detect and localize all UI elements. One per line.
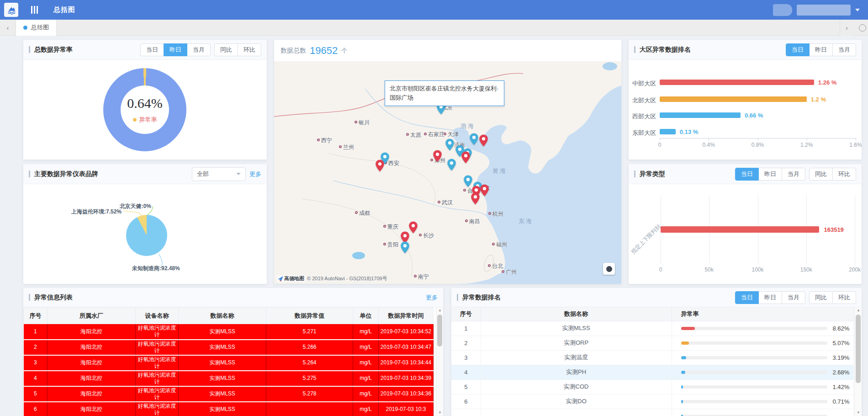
- scroll-down-icon[interactable]: ▼: [436, 410, 443, 416]
- rate-bar-fill: [681, 356, 686, 359]
- time-filter-group: 同比环比: [214, 43, 261, 56]
- filter-yesterday-button[interactable]: 昨日: [164, 43, 187, 56]
- rate-bar-track: [681, 400, 827, 403]
- map-city-marker: 兰州: [339, 145, 342, 148]
- user-avatar[interactable]: [773, 4, 792, 16]
- map-tooltip: 北京市朝阳区崔各庄镇北控水务大厦保利·国际广场: [385, 80, 504, 106]
- top-header-bar: 总括图: [0, 0, 868, 20]
- rate-value: 8.62%: [833, 325, 850, 332]
- donut-legend[interactable]: 异常率: [133, 116, 157, 124]
- region-bar[interactable]: [660, 129, 676, 134]
- table-row[interactable]: 1海阳北控好氧池污泥浓度计实测MLSS5.271mg/L2019-07-03 1…: [24, 324, 434, 340]
- map-pin-red[interactable]: [480, 184, 489, 199]
- list-more-link[interactable]: 更多: [426, 293, 438, 302]
- filter-month-button[interactable]: 当月: [782, 291, 805, 304]
- scroll-thumb[interactable]: [437, 315, 442, 347]
- tab-overview[interactable]: 总括图: [16, 20, 57, 36]
- rate-bar-fill: [681, 415, 683, 416]
- table-cell: 5: [24, 386, 48, 402]
- pie-circle[interactable]: [126, 215, 167, 256]
- panel-abnormal-list: 异常信息列表 更多 序号所属水厂设备名称数据名称数据异常值单位数据异常时间1海阳…: [23, 288, 443, 416]
- table-row[interactable]: 6实测DO0.71%: [451, 394, 853, 409]
- map-pin-red[interactable]: [375, 159, 385, 174]
- table-row[interactable]: 6海阳北控好氧池污泥浓度计实测MLSSmg/L2019-07-03 10:3: [24, 402, 434, 416]
- scroll-down-icon[interactable]: ▼: [855, 410, 862, 416]
- filter-mom-button[interactable]: 环比: [238, 43, 261, 56]
- map-pin-blue[interactable]: [400, 241, 410, 256]
- table-cell: 5.264: [266, 355, 353, 371]
- filter-today-button[interactable]: 当日: [140, 43, 164, 56]
- table-row[interactable]: 4实测PH2.68%: [451, 365, 853, 379]
- map-locate-button[interactable]: [603, 263, 615, 275]
- scroll-up-icon[interactable]: ▲: [436, 307, 443, 314]
- map-pin-red[interactable]: [433, 149, 442, 165]
- filter-yesterday-button[interactable]: 昨日: [809, 43, 833, 56]
- user-name[interactable]: [797, 5, 851, 16]
- app-logo-icon[interactable]: [4, 3, 18, 17]
- filter-month-button[interactable]: 当月: [187, 43, 211, 56]
- scroll-up-icon[interactable]: ▲: [855, 307, 862, 314]
- x-axis-tick: 50k: [705, 267, 714, 273]
- filter-month-button[interactable]: 当月: [832, 43, 856, 56]
- region-bar[interactable]: [660, 96, 807, 102]
- table-cell: 2019-07-03 10:34:39: [379, 371, 434, 386]
- tabs-options-icon[interactable]: [859, 24, 866, 32]
- filter-yoy-button[interactable]: 同比: [809, 168, 833, 181]
- filter-today-button[interactable]: 当日: [786, 43, 810, 56]
- city-label: 广州: [506, 268, 517, 276]
- filter-today-button[interactable]: 当日: [735, 168, 759, 181]
- filter-month-button[interactable]: 当月: [782, 168, 805, 181]
- filter-yesterday-button[interactable]: 昨日: [758, 291, 782, 304]
- rank-scrollbar[interactable]: ▲ ▼: [854, 307, 862, 416]
- rate-value: 0.71%: [833, 398, 850, 405]
- sea-label: 东海: [519, 217, 533, 225]
- table-cell: mg/L: [353, 386, 379, 402]
- tabs-scroll-right-icon[interactable]: ›: [840, 20, 853, 36]
- pie-chart: 北京天健:0% 上海益伦环境:7.52% 未知制造商:92.48%: [23, 184, 267, 284]
- filter-mom-button[interactable]: 环比: [832, 168, 856, 181]
- brand-more-link[interactable]: 更多: [249, 170, 261, 178]
- table-cell: 海阳北控: [48, 402, 136, 416]
- map-pin-blue[interactable]: [469, 133, 479, 148]
- map-city-marker: 台北: [488, 264, 491, 267]
- region-bar[interactable]: [660, 112, 741, 118]
- sidebar-toggle-icon[interactable]: [31, 6, 38, 14]
- table-row[interactable]: 2实测ORP5.07%: [451, 336, 853, 350]
- tabs-scroll-left-icon[interactable]: ‹: [0, 24, 16, 32]
- table-row[interactable]: 2海阳北控好氧池污泥浓度计实测MLSS5.266mg/L2019-07-03 1…: [24, 340, 434, 355]
- table-row[interactable]: 5海阳北控好氧池污泥浓度计实测MLSS5.278mg/L2019-07-03 1…: [24, 386, 434, 402]
- total-data-unit: 个: [341, 47, 347, 55]
- map-pin-red[interactable]: [479, 134, 488, 149]
- map-pin-blue[interactable]: [445, 138, 455, 153]
- table-row[interactable]: 5实测COD1.42%: [451, 379, 853, 394]
- china-map[interactable]: 渤海黄海东海北京银川西宁兰州太原石家庄天津济南郑州西安合肥南京武汉杭州成都重庆南…: [274, 62, 621, 284]
- filter-yoy-button[interactable]: 同比: [809, 291, 833, 304]
- filter-today-button[interactable]: 当日: [735, 291, 759, 304]
- table-row[interactable]: 4海阳北控好氧池污泥浓度计实测MLSS5.275mg/L2019-07-03 1…: [24, 371, 434, 386]
- map-pin-red[interactable]: [471, 192, 480, 207]
- list-scrollbar[interactable]: ▲ ▼: [436, 307, 443, 416]
- brand-filter-select[interactable]: 全部: [192, 167, 246, 181]
- table-row[interactable]: 3实测温度3.19%: [451, 350, 853, 365]
- map-pin-red[interactable]: [461, 151, 471, 166]
- filter-mom-button[interactable]: 环比: [832, 291, 856, 304]
- table-cell: 2019-07-03 10:34:47: [379, 340, 434, 355]
- map-pin-red[interactable]: [408, 221, 418, 236]
- table-row[interactable]: 1实测MLSS8.62%: [451, 321, 853, 336]
- types-bar[interactable]: [661, 226, 819, 233]
- filter-yesterday-button[interactable]: 昨日: [758, 168, 782, 181]
- table-row[interactable]: [451, 409, 853, 416]
- table-cell: 好氧池污泥浓度计: [136, 355, 179, 371]
- user-dropdown-caret-icon[interactable]: [855, 9, 860, 11]
- time-filter-group: 当日昨日当月: [735, 291, 805, 304]
- table-cell: 5.271: [266, 324, 353, 340]
- time-filter-group: 当日昨日当月: [786, 43, 856, 56]
- x-axis-tickmark: [758, 138, 758, 140]
- city-label: 天津: [448, 131, 459, 139]
- scroll-thumb[interactable]: [856, 315, 861, 383]
- table-row[interactable]: 3海阳北控好氧池污泥浓度计实测MLSS5.264mg/L2019-07-03 1…: [24, 355, 434, 371]
- region-bar[interactable]: [660, 80, 814, 85]
- filter-yoy-button[interactable]: 同比: [214, 43, 238, 56]
- sea-label: 黄海: [492, 167, 507, 175]
- map-pin-blue[interactable]: [447, 158, 456, 173]
